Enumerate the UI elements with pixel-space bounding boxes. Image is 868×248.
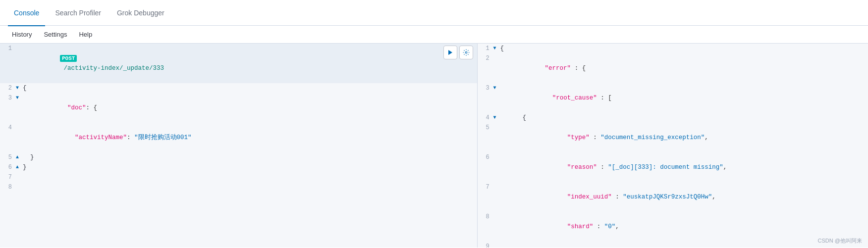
response-line-4: 4 ▼ {: [478, 113, 868, 123]
editor-line-2: 2 ▼ {: [0, 83, 477, 93]
response-line-1: 1 ▼ {: [478, 44, 868, 53]
response-line-3: 3 ▼ "root_cause" : [: [478, 83, 868, 113]
editor-line-1: 1 POST /activity-index/_update/333: [0, 44, 477, 83]
help-nav-item[interactable]: Help: [75, 31, 96, 38]
response-line-8: 8 "shard" : "0",: [478, 212, 868, 242]
code-editor[interactable]: 1 POST /activity-index/_update/333 2 ▼ {…: [0, 44, 477, 248]
editor-line-3: 3 ▼ "doc": {: [0, 93, 477, 123]
response-line-9: 9 "index" : "activity-index": [478, 242, 868, 248]
top-navigation: Console Search Profiler Grok Debugger: [0, 0, 868, 26]
editor-line-6: 6 ▲ }: [0, 162, 477, 172]
editor-panel: 1 POST /activity-index/_update/333 2 ▼ {…: [0, 44, 478, 248]
watermark: CSDN @他叫阿来: [818, 237, 862, 245]
tab-console[interactable]: Console: [8, 0, 45, 26]
response-area: 1 ▼ { 2 "error" : { 3 ▼ "root_cause" : [: [478, 44, 868, 248]
editor-toolbar: [443, 46, 473, 59]
tab-search-profiler[interactable]: Search Profiler: [49, 0, 107, 26]
editor-line-5: 5 ▲ }: [0, 152, 477, 162]
tab-grok-debugger[interactable]: Grok Debugger: [111, 0, 170, 26]
response-line-7: 7 "index_uuid" : "euskatpJQKSr9zxsJtQ0Hw…: [478, 182, 868, 212]
svg-point-1: [465, 51, 467, 53]
run-button[interactable]: [443, 46, 457, 59]
main-content: 1 POST /activity-index/_update/333 2 ▼ {…: [0, 44, 868, 248]
svg-marker-0: [448, 50, 452, 55]
history-nav-item[interactable]: History: [8, 31, 36, 38]
settings-nav-item[interactable]: Settings: [40, 31, 71, 38]
editor-line-8: 8: [0, 182, 477, 192]
editor-line-4: 4 "activityName": "限时抢购活动001": [0, 123, 477, 152]
wrench-button[interactable]: [459, 46, 473, 59]
response-line-5: 5 "type" : "document_missing_exception",: [478, 123, 868, 152]
response-line-2: 2 "error" : {: [478, 53, 868, 83]
secondary-navigation: History Settings Help: [0, 26, 868, 44]
response-line-6: 6 "reason" : "[_doc][333]: document miss…: [478, 152, 868, 182]
editor-line-7: 7: [0, 172, 477, 182]
response-panel: 1 ▼ { 2 "error" : { 3 ▼ "root_cause" : [: [478, 44, 868, 248]
